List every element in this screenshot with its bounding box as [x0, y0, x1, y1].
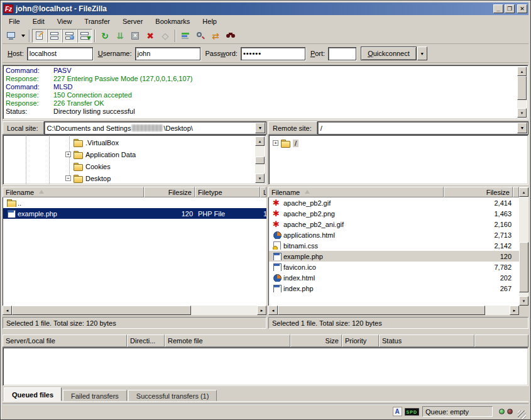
- local-directory-tree[interactable]: .VirtualBox + Application Data Cookies −: [3, 135, 266, 185]
- toolbar-panes3-button[interactable]: ▼: [77, 29, 92, 43]
- queue-column-priority[interactable]: Priority: [342, 334, 379, 347]
- scroll-left-icon[interactable]: ◄: [268, 306, 278, 315]
- host-input[interactable]: localhost: [27, 47, 93, 60]
- speed-limit-icon[interactable]: SPD: [405, 408, 419, 416]
- toolbar-panes2-button[interactable]: [62, 29, 77, 43]
- file-row[interactable]: apache_pb2.png 1,463: [269, 208, 519, 219]
- scroll-up-icon[interactable]: ▲: [519, 187, 528, 197]
- username-input[interactable]: john: [135, 47, 200, 60]
- column-header-filesize[interactable]: Filesize: [444, 187, 513, 197]
- toolbar-sync-button[interactable]: ⇄: [208, 29, 223, 43]
- file-row[interactable]: favicon.ico 7,782: [269, 262, 519, 272]
- file-row[interactable]: applications.html 2,713: [269, 229, 519, 240]
- toolbar-binoculars-button[interactable]: [223, 29, 238, 43]
- toolbar-cancel-button[interactable]: ×: [128, 29, 143, 43]
- file-row[interactable]: ..: [3, 197, 266, 208]
- local-site-combobox[interactable]: C:\Documents and Settings\Desktop\ ▼: [44, 121, 266, 135]
- quickconnect-dropdown-button[interactable]: ▼: [417, 47, 427, 60]
- scroll-thumb[interactable]: [519, 242, 528, 292]
- toolbar-clear-button[interactable]: ◇: [158, 29, 173, 43]
- close-button[interactable]: ✕: [517, 4, 527, 13]
- scroll-up-icon[interactable]: ▲: [255, 136, 265, 146]
- tree-item[interactable]: + Application Data: [65, 148, 136, 160]
- quickconnect-button[interactable]: Quickconnect: [361, 47, 417, 60]
- scroll-up-icon[interactable]: ▲: [517, 67, 527, 76]
- queue-tab[interactable]: Failed transfers: [63, 390, 127, 401]
- log-scrollbar[interactable]: ▲ ▼: [517, 67, 527, 118]
- queue-column-remote-file[interactable]: Remote file: [165, 334, 290, 347]
- queue-column-size[interactable]: Size: [290, 334, 342, 347]
- file-row[interactable]: apache_pb2.gif 2,414: [269, 197, 519, 208]
- column-header-filename[interactable]: Filename: [3, 187, 144, 197]
- toolbar-panes-button[interactable]: [47, 29, 62, 43]
- username-label: Username:: [98, 50, 132, 57]
- password-input[interactable]: ••••••: [241, 47, 305, 60]
- remote-list-vscrollbar[interactable]: ▲ ▼: [519, 187, 528, 306]
- menu-item[interactable]: Bookmarks: [149, 16, 196, 26]
- queue-column-direction[interactable]: Directi...: [127, 334, 165, 347]
- scroll-thumb[interactable]: [517, 76, 527, 100]
- transfer-queue-list[interactable]: [3, 347, 528, 386]
- queue-column-server-local-file[interactable]: Server/Local file: [3, 334, 127, 347]
- file-row[interactable]: apache_pb2_ani.gif 2,160: [269, 219, 519, 229]
- menu-item[interactable]: Help: [196, 16, 223, 26]
- column-header-filesize[interactable]: Filesize: [144, 187, 195, 197]
- scroll-down-icon[interactable]: ▼: [519, 296, 528, 306]
- tree-expander[interactable]: +: [65, 152, 71, 157]
- scroll-thumb[interactable]: [278, 306, 485, 315]
- menu-item[interactable]: File: [3, 16, 26, 26]
- port-input[interactable]: [328, 47, 356, 60]
- clear-icon: ◇: [160, 31, 170, 41]
- resize-grip[interactable]: [518, 411, 526, 419]
- sort-ascending-icon: [305, 190, 310, 194]
- file-row[interactable]: bitnami.css 2,142: [269, 240, 519, 251]
- scroll-down-icon[interactable]: ▼: [255, 174, 265, 183]
- menu-item[interactable]: Server: [116, 16, 149, 26]
- scroll-thumb[interactable]: [255, 157, 265, 164]
- tree-item[interactable]: Cookies: [65, 160, 111, 172]
- remote-list-hscrollbar[interactable]: ◄ ►: [268, 306, 519, 315]
- toolbar-magnify-button[interactable]: [193, 29, 208, 43]
- file-row[interactable]: example.php 120: [269, 251, 519, 262]
- tree-expander[interactable]: −: [65, 175, 71, 181]
- tree-item[interactable]: .VirtualBox: [65, 136, 119, 148]
- menu-item[interactable]: View: [51, 16, 79, 26]
- toolbar-disconnect-button[interactable]: ✖: [143, 29, 158, 43]
- column-header-filename[interactable]: Filename: [268, 187, 444, 197]
- combo-dropdown-icon[interactable]: ▼: [255, 123, 265, 133]
- scroll-right-icon[interactable]: ►: [257, 306, 266, 315]
- tree-item[interactable]: + /: [273, 137, 298, 149]
- toolbar-dropdown-icon[interactable]: [19, 29, 27, 43]
- queue-tab[interactable]: Successful transfers (1): [128, 390, 217, 401]
- toolbar-site-manager-button[interactable]: [4, 29, 19, 43]
- toolbar-process-queue-button[interactable]: ⇊: [112, 29, 128, 43]
- scroll-left-icon[interactable]: ◄: [3, 306, 12, 315]
- ascii-data-type-icon[interactable]: A: [393, 407, 402, 416]
- scroll-down-icon[interactable]: ▼: [517, 108, 527, 118]
- menu-item[interactable]: Transfer: [78, 16, 116, 26]
- remote-directory-tree[interactable]: + /: [268, 135, 528, 185]
- column-header-lastmodified[interactable]: L: [260, 187, 266, 197]
- column-header-filetype[interactable]: Filetype: [195, 187, 260, 197]
- menu-item[interactable]: Edit: [26, 16, 51, 26]
- file-row[interactable]: index.php 267: [269, 283, 519, 294]
- toolbar-filter-button[interactable]: [178, 29, 193, 43]
- combo-dropdown-icon[interactable]: ▼: [517, 123, 527, 133]
- minimize-button[interactable]: _: [493, 4, 503, 13]
- maximize-button[interactable]: ❐: [505, 4, 515, 13]
- file-type-icon: [273, 274, 282, 282]
- remote-site-combobox[interactable]: / ▼: [317, 121, 528, 135]
- tree-item[interactable]: − Desktop: [65, 172, 111, 184]
- local-list-hscrollbar[interactable]: ◄ ►: [3, 306, 266, 315]
- scroll-thumb[interactable]: [12, 306, 191, 315]
- file-row[interactable]: index.html 202: [269, 272, 519, 283]
- file-row[interactable]: example.php 120 PHP File 1: [3, 208, 266, 219]
- scroll-right-icon[interactable]: ►: [510, 306, 519, 315]
- toolbar-page-button[interactable]: [32, 29, 47, 43]
- tree-expander[interactable]: +: [273, 140, 278, 146]
- toolbar-refresh-button[interactable]: ↻: [97, 29, 112, 43]
- filezilla-logo-icon: Fz: [4, 4, 13, 13]
- queue-column-status[interactable]: Status: [379, 334, 474, 347]
- queue-tab[interactable]: Queued files: [4, 387, 62, 401]
- local-tree-scrollbar[interactable]: ▲ ▼: [255, 136, 265, 183]
